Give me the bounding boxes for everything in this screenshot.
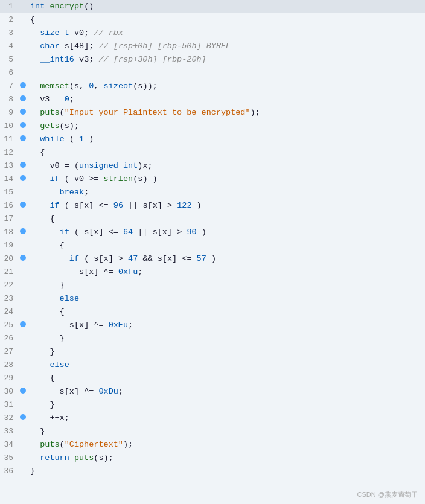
breakpoint-dot[interactable]	[18, 186, 28, 199]
dot-indicator	[20, 109, 26, 115]
dot-indicator	[20, 228, 26, 234]
code-line: puts("Input your Plaintext to be encrypt…	[28, 106, 425, 120]
line-number: 5	[0, 53, 18, 66]
line-number: 14	[0, 173, 18, 186]
code-line: {	[28, 239, 425, 252]
line-number: 32	[0, 412, 18, 425]
breakpoint-dot[interactable]	[18, 27, 28, 40]
code-line: puts("Ciphertext");	[28, 438, 425, 451]
code-line: else	[28, 359, 425, 372]
breakpoint-dot[interactable]	[18, 385, 28, 398]
breakpoint-dot[interactable]	[18, 252, 28, 266]
code-line: {	[28, 146, 425, 159]
code-line: size_t v0; // rbx	[28, 27, 425, 40]
line-number: 24	[0, 305, 18, 319]
dot-indicator	[20, 414, 26, 420]
line-number: 13	[0, 159, 18, 173]
code-line: }	[28, 465, 425, 478]
line-number: 29	[0, 372, 18, 385]
breakpoint-dot[interactable]	[18, 80, 28, 93]
line-number: 30	[0, 385, 18, 398]
code-line: {	[28, 13, 425, 27]
breakpoint-dot[interactable]	[18, 199, 28, 212]
breakpoint-dot[interactable]	[18, 345, 28, 359]
code-line: return puts(s);	[28, 451, 425, 465]
line-number: 15	[0, 186, 18, 199]
breakpoint-dot[interactable]	[18, 93, 28, 106]
line-number: 18	[0, 226, 18, 239]
code-line: break;	[28, 186, 425, 199]
breakpoint-dot[interactable]	[18, 465, 28, 478]
code-line	[28, 66, 425, 80]
line-number: 17	[0, 212, 18, 226]
code-table: 1int encrypt()2{3 size_t v0; // rbx4 cha…	[0, 0, 425, 478]
code-line: gets(s);	[28, 120, 425, 133]
dot-indicator	[20, 82, 26, 88]
code-line: if ( s[x] <= 96 || s[x] > 122 )	[28, 199, 425, 212]
code-line: }	[28, 345, 425, 359]
line-number: 8	[0, 93, 18, 106]
code-line: ++x;	[28, 412, 425, 425]
code-line: {	[28, 212, 425, 226]
line-number: 23	[0, 292, 18, 305]
breakpoint-dot[interactable]	[18, 266, 28, 279]
code-line: }	[28, 425, 425, 438]
line-number: 16	[0, 199, 18, 212]
breakpoint-dot[interactable]	[18, 120, 28, 133]
breakpoint-dot[interactable]	[18, 425, 28, 438]
breakpoint-dot[interactable]	[18, 146, 28, 159]
breakpoint-dot[interactable]	[18, 212, 28, 226]
breakpoint-dot[interactable]	[18, 451, 28, 465]
line-number: 31	[0, 398, 18, 412]
line-number: 28	[0, 359, 18, 372]
breakpoint-dot[interactable]	[18, 412, 28, 425]
code-line: __int16 v3; // [rsp+30h] [rbp-20h]	[28, 53, 425, 66]
breakpoint-dot[interactable]	[18, 292, 28, 305]
breakpoint-dot[interactable]	[18, 239, 28, 252]
dot-indicator	[20, 135, 26, 141]
breakpoint-dot[interactable]	[18, 372, 28, 385]
line-number: 10	[0, 120, 18, 133]
breakpoint-dot[interactable]	[18, 40, 28, 53]
line-number: 12	[0, 146, 18, 159]
code-line: {	[28, 372, 425, 385]
breakpoint-dot[interactable]	[18, 173, 28, 186]
line-number: 20	[0, 252, 18, 266]
code-line: s[x] ^= 0xFu;	[28, 266, 425, 279]
line-number: 9	[0, 106, 18, 120]
line-number: 2	[0, 13, 18, 27]
breakpoint-dot[interactable]	[18, 13, 28, 27]
code-line: while ( 1 )	[28, 133, 425, 146]
breakpoint-dot[interactable]	[18, 438, 28, 451]
code-line: v0 = (unsigned int)x;	[28, 159, 425, 173]
breakpoint-dot[interactable]	[18, 159, 28, 173]
code-line: int encrypt()	[28, 0, 425, 13]
code-line: v3 = 0;	[28, 93, 425, 106]
line-number: 6	[0, 66, 18, 80]
breakpoint-dot[interactable]	[18, 226, 28, 239]
breakpoint-dot[interactable]	[18, 279, 28, 292]
breakpoint-dot[interactable]	[18, 53, 28, 66]
line-number: 21	[0, 266, 18, 279]
line-number: 25	[0, 319, 18, 332]
dot-indicator	[20, 255, 26, 261]
breakpoint-dot[interactable]	[18, 398, 28, 412]
line-number: 27	[0, 345, 18, 359]
breakpoint-dot[interactable]	[18, 106, 28, 120]
code-line: s[x] ^= 0xDu;	[28, 385, 425, 398]
line-number: 33	[0, 425, 18, 438]
dot-indicator	[20, 321, 26, 327]
breakpoint-dot[interactable]	[18, 0, 28, 13]
code-line: s[x] ^= 0xEu;	[28, 319, 425, 332]
breakpoint-dot[interactable]	[18, 332, 28, 345]
code-line: }	[28, 332, 425, 345]
breakpoint-dot[interactable]	[18, 305, 28, 319]
breakpoint-dot[interactable]	[18, 319, 28, 332]
line-number: 7	[0, 80, 18, 93]
breakpoint-dot[interactable]	[18, 359, 28, 372]
dot-indicator	[20, 175, 26, 181]
breakpoint-dot[interactable]	[18, 66, 28, 80]
line-number: 26	[0, 332, 18, 345]
code-line: }	[28, 279, 425, 292]
breakpoint-dot[interactable]	[18, 133, 28, 146]
